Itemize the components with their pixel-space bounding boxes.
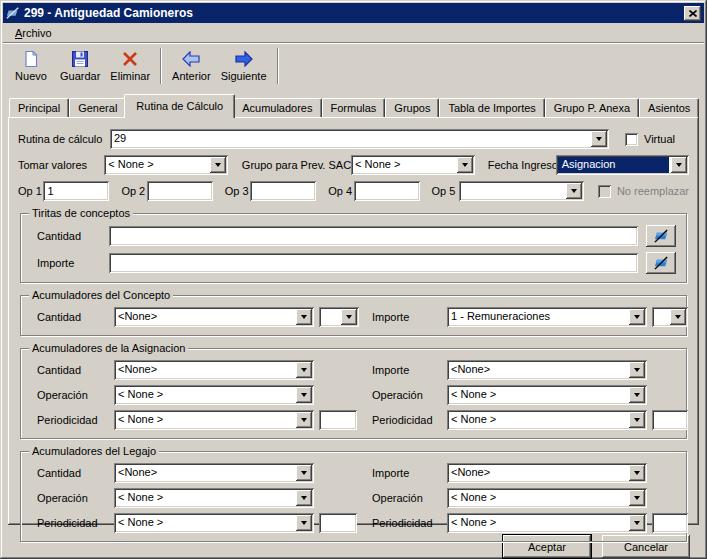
legajo-periodicidad-right-combobox[interactable]: < None > xyxy=(447,513,647,533)
grupo-prev-sac-value: < None > xyxy=(351,155,455,175)
previous-button[interactable]: Anterior xyxy=(167,47,216,85)
op3-input[interactable] xyxy=(250,181,316,201)
asignacion-periodicidad-left-input[interactable] xyxy=(319,410,357,430)
op4-input[interactable] xyxy=(354,181,420,201)
close-button[interactable] xyxy=(684,6,701,21)
chevron-down-icon xyxy=(301,496,307,500)
group-acumuladores-del-concepto: Acumuladores del Concepto Cantidad <None… xyxy=(20,295,687,336)
menu-bar: Archivo xyxy=(3,23,704,42)
concepto-importe-combobox[interactable]: 1 - Remuneraciones xyxy=(447,307,647,327)
rutina-de-calculo-value: 29 xyxy=(110,129,589,149)
dropdown-button[interactable] xyxy=(629,412,645,428)
formula-icon xyxy=(654,256,669,271)
concepto-importe-extra-value xyxy=(652,307,668,327)
asignacion-cantidad-combobox[interactable]: <None> xyxy=(114,360,314,380)
dropdown-button[interactable] xyxy=(457,157,473,173)
importe-formula-button[interactable] xyxy=(646,252,676,274)
dropdown-button[interactable] xyxy=(591,131,607,147)
dropdown-button[interactable] xyxy=(296,387,312,403)
group-title: Acumuladores del Concepto xyxy=(29,289,173,301)
tab-acumuladores[interactable]: Acumuladores xyxy=(233,98,321,117)
next-button[interactable]: Siguiente xyxy=(216,47,272,85)
tab-principal[interactable]: Principal xyxy=(9,98,69,117)
op2-input[interactable] xyxy=(147,181,213,201)
dropdown-button[interactable] xyxy=(629,515,645,531)
fecha-ingreso-label: Fecha Ingreso xyxy=(488,159,556,171)
group-acumuladores-del-legajo: Acumuladores del Legajo Cantidad <None> … xyxy=(20,451,687,542)
asignacion-periodicidad-right-combobox[interactable]: < None > xyxy=(447,410,647,430)
chevron-down-icon xyxy=(634,393,640,397)
importe-label: Importe xyxy=(364,364,442,376)
legajo-periodicidad-right-input[interactable] xyxy=(652,513,688,533)
cantidad-label: Cantidad xyxy=(37,230,109,242)
concepto-cantidad-extra-value xyxy=(319,307,339,327)
periodicidad-label: Periodicidad xyxy=(37,517,109,529)
delete-button-label: Eliminar xyxy=(110,70,150,82)
dropdown-button[interactable] xyxy=(629,309,645,325)
formula-icon xyxy=(654,229,669,244)
concepto-importe-extra-combobox[interactable] xyxy=(652,307,688,327)
op1-input[interactable] xyxy=(43,181,109,201)
asignacion-periodicidad-left-combobox[interactable]: < None > xyxy=(114,410,314,430)
legajo-importe-combobox[interactable]: <None> xyxy=(447,463,647,483)
dropdown-button[interactable] xyxy=(296,309,312,325)
dropdown-button[interactable] xyxy=(629,490,645,506)
concepto-cantidad-combobox[interactable]: <None> xyxy=(114,307,314,327)
asignacion-importe-combobox[interactable]: <None> xyxy=(447,360,647,380)
tiritas-cantidad-field[interactable] xyxy=(109,226,638,246)
tab-grupos[interactable]: Grupos xyxy=(385,98,439,117)
cantidad-formula-button[interactable] xyxy=(646,225,676,247)
virtual-checkbox[interactable] xyxy=(625,133,638,146)
dropdown-button[interactable] xyxy=(210,157,226,173)
dropdown-button[interactable] xyxy=(296,412,312,428)
chevron-down-icon xyxy=(634,315,640,319)
asignacion-periodicidad-right-input[interactable] xyxy=(652,410,688,430)
tab-tabla-de-importes[interactable]: Tabla de Importes xyxy=(439,98,544,117)
rutina-de-calculo-combobox[interactable]: 29 xyxy=(110,129,609,149)
dropdown-button[interactable] xyxy=(670,309,686,325)
legajo-periodicidad-left-combobox[interactable]: < None > xyxy=(114,513,314,533)
fecha-ingreso-combobox[interactable]: Asignacion xyxy=(556,155,689,175)
tiritas-importe-row: Importe xyxy=(37,252,676,274)
legajo-operacion-right-combobox[interactable]: < None > xyxy=(447,488,647,508)
dropdown-button[interactable] xyxy=(296,490,312,506)
legajo-periodicidad-left-input[interactable] xyxy=(319,513,357,533)
window-title: 299 - Antiguedad Camioneros xyxy=(24,6,680,20)
next-button-label: Siguiente xyxy=(221,70,267,82)
tab-grupo-p-anexa[interactable]: Grupo P. Anexa xyxy=(545,98,639,117)
dropdown-button[interactable] xyxy=(629,362,645,378)
op5-combobox[interactable] xyxy=(459,181,584,201)
delete-button[interactable]: Eliminar xyxy=(105,47,155,85)
concepto-cantidad-extra-combobox[interactable] xyxy=(319,307,359,327)
dropdown-button[interactable] xyxy=(671,157,687,173)
chevron-down-icon xyxy=(301,418,307,422)
tab-general[interactable]: General xyxy=(69,98,126,117)
asignacion-operacion-right-combobox[interactable]: < None > xyxy=(447,385,647,405)
op3-label: Op 3 xyxy=(225,185,250,197)
app-icon xyxy=(6,6,20,20)
tomar-valores-combobox[interactable]: < None > xyxy=(104,155,228,175)
dropdown-button[interactable] xyxy=(341,309,357,325)
legajo-cantidad-combobox[interactable]: <None> xyxy=(114,463,314,483)
legajo-operacion-left-combobox[interactable]: < None > xyxy=(114,488,314,508)
dropdown-button[interactable] xyxy=(629,465,645,481)
grupo-prev-sac-combobox[interactable]: < None > xyxy=(351,155,475,175)
valores-row: Tomar valores < None > Grupo para Prev. … xyxy=(18,155,689,175)
save-floppy-icon xyxy=(71,49,89,69)
dropdown-button[interactable] xyxy=(296,465,312,481)
tab-rutina-de-calculo[interactable]: Rutina de Cálculo xyxy=(124,94,235,118)
dropdown-button[interactable] xyxy=(296,362,312,378)
tab-asientos[interactable]: Asientos xyxy=(639,98,699,117)
asignacion-operacion-left-combobox[interactable]: < None > xyxy=(114,385,314,405)
tab-formulas[interactable]: Formulas xyxy=(322,98,386,117)
tiritas-importe-field[interactable] xyxy=(109,253,638,273)
dropdown-button[interactable] xyxy=(296,515,312,531)
dropdown-button[interactable] xyxy=(566,183,582,199)
cantidad-label: Cantidad xyxy=(37,311,109,323)
chevron-down-icon xyxy=(634,471,640,475)
new-button[interactable]: Nuevo xyxy=(7,47,55,85)
menu-archivo[interactable]: Archivo xyxy=(10,26,57,40)
importe-label: Importe xyxy=(364,311,442,323)
dropdown-button[interactable] xyxy=(629,387,645,403)
save-button[interactable]: Guardar xyxy=(55,47,105,85)
